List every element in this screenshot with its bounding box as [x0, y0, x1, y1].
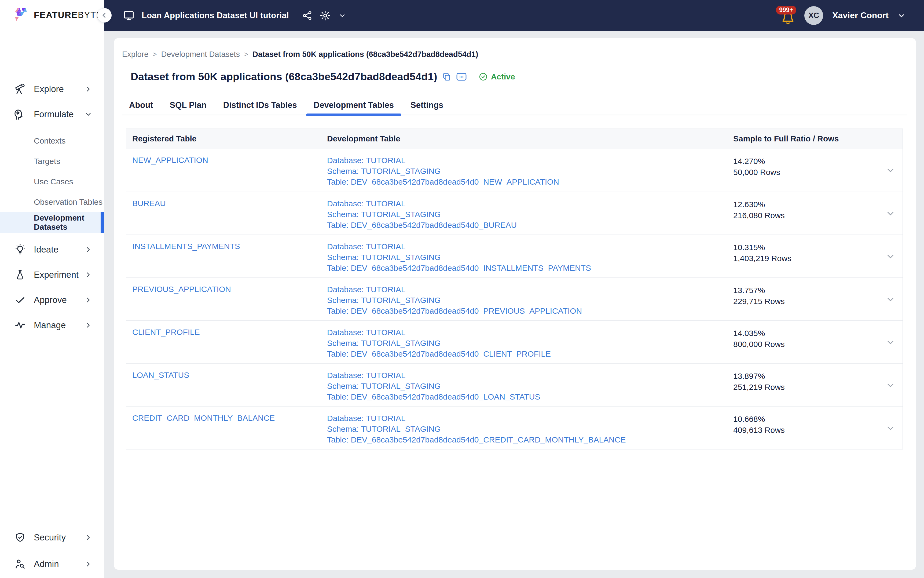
sample-cell: 14.270% 50,000 Rows: [727, 149, 903, 192]
table-line[interactable]: Table: DEV_68ca3be542d7bad8dead54d0_NEW_…: [327, 177, 727, 187]
table-line[interactable]: Table: DEV_68ca3be542d7bad8dead54d0_INST…: [327, 263, 727, 273]
breadcrumb-item-development-datasets[interactable]: Development Datasets: [161, 50, 240, 59]
database-label: Database:: [327, 242, 364, 251]
row-expand-chevron-icon[interactable]: [885, 252, 896, 261]
sample-ratio: 14.270%: [733, 156, 903, 167]
sidebar-item-manage[interactable]: Manage: [0, 313, 104, 338]
row-expand-chevron-icon[interactable]: [885, 423, 896, 434]
sidebar-item-formulate[interactable]: Formulate: [0, 102, 104, 127]
row-count: 229,715 Rows: [733, 296, 903, 307]
table-line[interactable]: Table: DEV_68ca3be542d7bad8dead54d0_CRED…: [327, 434, 727, 445]
subitem-label: Observation Tables: [34, 198, 102, 207]
sample-cell: 10.668% 409,613 Rows: [727, 406, 903, 449]
schema-line[interactable]: Schema: TUTORIAL_STAGING: [327, 295, 727, 306]
row-expand-chevron-icon[interactable]: [885, 294, 896, 305]
avatar[interactable]: XC: [804, 6, 823, 25]
database-value: TUTORIAL: [366, 328, 406, 337]
id-badge-icon[interactable]: ID: [456, 72, 467, 81]
row-count: 409,613 Rows: [733, 424, 903, 435]
database-line[interactable]: Database: TUTORIAL: [327, 155, 727, 166]
workspace-menu-chevron-icon[interactable]: [338, 11, 347, 20]
row-expand-chevron-icon[interactable]: [885, 337, 896, 347]
tab-distinct-ids-tables[interactable]: Distinct IDs Tables: [223, 97, 297, 115]
main-content: Explore > Development Datasets > Dataset…: [104, 31, 924, 578]
sidebar-item-approve[interactable]: Approve: [0, 287, 104, 313]
registered-table-link[interactable]: BUREAU: [132, 199, 166, 208]
sidebar-item-experiment[interactable]: Experiment: [0, 262, 104, 287]
row-expand-chevron-icon[interactable]: [885, 380, 896, 390]
sidebar-collapse-button[interactable]: [97, 8, 112, 23]
tab-about[interactable]: About: [129, 97, 153, 115]
table-row: CREDIT_CARD_MONTHLY_BALANCE Database: TU…: [126, 406, 903, 449]
schema-line[interactable]: Schema: TUTORIAL_STAGING: [327, 166, 727, 177]
subitem-label: Development Datasets: [34, 213, 104, 232]
page-card: Explore > Development Datasets > Dataset…: [114, 38, 916, 570]
registered-table-link[interactable]: CREDIT_CARD_MONTHLY_BALANCE: [132, 414, 275, 422]
schema-label: Schema:: [327, 210, 359, 219]
table-line[interactable]: Table: DEV_68ca3be542d7bad8dead54d0_BURE…: [327, 220, 727, 231]
row-count: 1,403,219 Rows: [733, 253, 903, 264]
database-value: TUTORIAL: [366, 156, 406, 165]
database-line[interactable]: Database: TUTORIAL: [327, 284, 727, 295]
table-value: DEV_68ca3be542d7bad8dead54d0_PREVIOUS_AP…: [351, 307, 582, 315]
breadcrumb-item-explore[interactable]: Explore: [122, 50, 148, 59]
registered-table-link[interactable]: CLIENT_PROFILE: [132, 328, 200, 336]
sidebar-item-admin[interactable]: Admin: [0, 550, 104, 577]
sidebar-item-label: Approve: [34, 295, 84, 305]
schema-line[interactable]: Schema: TUTORIAL_STAGING: [327, 424, 727, 434]
sidebar-nav: Explore Formulate: [0, 76, 104, 338]
row-count: 50,000 Rows: [733, 167, 903, 178]
table-line[interactable]: Table: DEV_68ca3be542d7bad8dead54d0_LOAN…: [327, 391, 727, 402]
schema-line[interactable]: Schema: TUTORIAL_STAGING: [327, 381, 727, 391]
schema-line[interactable]: Schema: TUTORIAL_STAGING: [327, 338, 727, 349]
database-line[interactable]: Database: TUTORIAL: [327, 241, 727, 252]
registered-table-link[interactable]: NEW_APPLICATION: [132, 156, 208, 164]
sidebar-subitem-targets[interactable]: Targets: [0, 151, 104, 172]
sidebar-bottom: Security Admin: [0, 523, 104, 578]
schema-value: TUTORIAL_STAGING: [361, 382, 441, 390]
schema-value: TUTORIAL_STAGING: [361, 339, 441, 347]
notifications-bell[interactable]: 999+: [780, 6, 796, 25]
registered-table-link[interactable]: INSTALLMENTS_PAYMENTS: [132, 242, 240, 251]
sidebar-subitem-contexts[interactable]: Contexts: [0, 131, 104, 151]
flask-icon: [14, 269, 26, 281]
table-line[interactable]: Table: DEV_68ca3be542d7bad8dead54d0_PREV…: [327, 306, 727, 317]
table-value: DEV_68ca3be542d7bad8dead54d0_BUREAU: [351, 221, 517, 229]
breadcrumb: Explore > Development Datasets > Dataset…: [122, 50, 478, 59]
database-line[interactable]: Database: TUTORIAL: [327, 413, 727, 424]
database-line[interactable]: Database: TUTORIAL: [327, 198, 727, 209]
user-menu-chevron-icon[interactable]: [896, 11, 906, 20]
row-expand-chevron-icon[interactable]: [885, 165, 896, 175]
database-value: TUTORIAL: [366, 285, 406, 294]
topbar-right: 999+ XC Xavier Conort: [780, 0, 906, 31]
sidebar-subitem-development-datasets[interactable]: Development Datasets: [0, 212, 104, 233]
tab-development-tables[interactable]: Development Tables: [314, 97, 394, 115]
sidebar-subitem-observation-tables[interactable]: Observation Tables: [0, 192, 104, 212]
tab-sql-plan[interactable]: SQL Plan: [170, 97, 207, 115]
column-header-development-table: Development Table: [322, 134, 727, 143]
share-icon[interactable]: [302, 10, 313, 21]
sidebar-item-security[interactable]: Security: [0, 524, 104, 550]
gear-icon[interactable]: [319, 10, 331, 21]
sidebar-item-explore[interactable]: Explore: [0, 76, 104, 102]
table-label: Table:: [327, 221, 349, 229]
table-row: LOAN_STATUS Database: TUTORIAL Schema: T…: [126, 363, 903, 406]
subitem-label: Contexts: [34, 136, 65, 145]
tab-settings[interactable]: Settings: [410, 97, 443, 115]
development-table-cell: Database: TUTORIAL Schema: TUTORIAL_STAG…: [322, 149, 727, 192]
sidebar-subitem-use-cases[interactable]: Use Cases: [0, 172, 104, 192]
schema-label: Schema:: [327, 339, 359, 347]
registered-table-link[interactable]: LOAN_STATUS: [132, 370, 189, 380]
database-line[interactable]: Database: TUTORIAL: [327, 370, 727, 381]
database-line[interactable]: Database: TUTORIAL: [327, 327, 727, 338]
row-expand-chevron-icon[interactable]: [885, 208, 896, 219]
table-line[interactable]: Table: DEV_68ca3be542d7bad8dead54d0_CLIE…: [327, 349, 727, 359]
breadcrumb-item-current: Dataset from 50K applications (68ca3be54…: [253, 50, 478, 59]
schema-line[interactable]: Schema: TUTORIAL_STAGING: [327, 252, 727, 263]
registered-table-link[interactable]: PREVIOUS_APPLICATION: [132, 285, 231, 294]
sidebar-item-ideate[interactable]: Ideate: [0, 237, 104, 262]
table-value: DEV_68ca3be542d7bad8dead54d0_LOAN_STATUS: [351, 392, 540, 401]
schema-label: Schema:: [327, 296, 359, 305]
schema-line[interactable]: Schema: TUTORIAL_STAGING: [327, 209, 727, 220]
copy-icon[interactable]: [442, 72, 451, 81]
